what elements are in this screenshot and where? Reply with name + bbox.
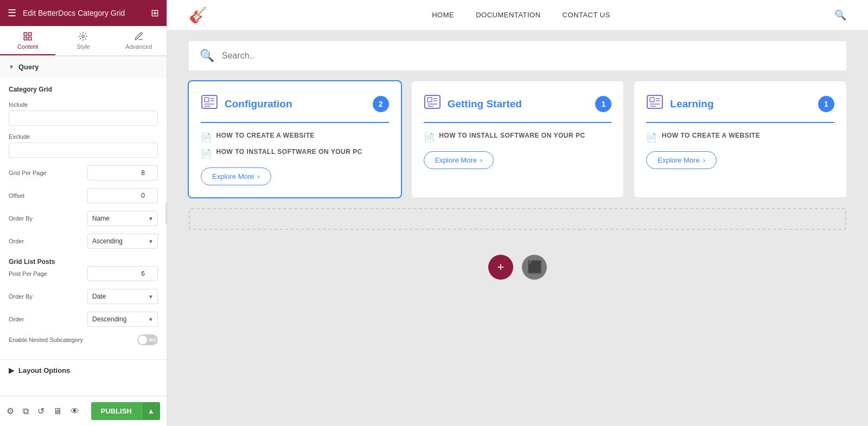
resize-handle[interactable] bbox=[163, 0, 170, 426]
panel-bottom: ⚙ ⧉ ↺ 🖥 👁 PUBLISH ▲ bbox=[0, 396, 167, 426]
card-doc-item-2: 📄 HOW TO INSTALL SOFTWARE ON YOUR PC bbox=[201, 148, 389, 159]
include-label: Include bbox=[9, 101, 158, 108]
include-input[interactable] bbox=[9, 111, 158, 126]
publish-button[interactable]: PUBLISH bbox=[91, 402, 142, 420]
settings-icon[interactable]: ⚙ bbox=[7, 406, 14, 416]
section-settings-button[interactable]: ⬛ bbox=[522, 255, 547, 280]
order-by-select-wrap: Name Date ID ▼ bbox=[87, 211, 158, 226]
svg-rect-18 bbox=[650, 98, 654, 102]
order-select[interactable]: Ascending Descending bbox=[87, 234, 158, 249]
nav-link-home[interactable]: HOME bbox=[432, 11, 454, 19]
grid-order-select-wrap: Descending Ascending ▼ bbox=[87, 312, 158, 327]
getting-started-icon bbox=[424, 93, 441, 114]
order-by-row: Order By Name Date ID ▼ bbox=[9, 211, 158, 226]
order-select-wrap: Ascending Descending ▼ bbox=[87, 234, 158, 249]
order-by-label: Order By bbox=[9, 215, 33, 222]
svg-rect-3 bbox=[29, 37, 31, 40]
eye-icon[interactable]: 👁 bbox=[71, 406, 79, 416]
panel-title: Edit BetterDocs Category Grid bbox=[23, 9, 125, 17]
style-icon bbox=[78, 31, 88, 41]
doc-icon-1: 📄 bbox=[201, 132, 212, 143]
card-getting-started-header: Getting Started 1 bbox=[424, 93, 612, 123]
undo-icon[interactable]: ↺ bbox=[37, 406, 44, 416]
tab-advanced[interactable]: Advanced bbox=[111, 26, 167, 55]
query-section-header[interactable]: ▼ Query bbox=[0, 56, 167, 78]
order-row: Order Ascending Descending ▼ bbox=[9, 234, 158, 249]
card-getting-started-title: Getting Started bbox=[448, 98, 522, 110]
tab-content[interactable]: Content bbox=[0, 26, 55, 55]
nav-link-documentation[interactable]: DOCUMENTATION bbox=[476, 11, 540, 19]
card-learning[interactable]: Learning 1 📄 HOW TO CREATE A WEBSITE Exp… bbox=[634, 81, 846, 197]
explore-more-button-getting-started[interactable]: Explore More › bbox=[424, 151, 494, 169]
nested-toggle[interactable]: NO bbox=[137, 334, 158, 345]
grid-icon[interactable]: ⊞ bbox=[151, 7, 159, 19]
card-learning-header: Learning 1 bbox=[646, 93, 834, 123]
card-getting-started[interactable]: Getting Started 1 📄 HOW TO INSTALL SOFTW… bbox=[412, 81, 624, 197]
nav-links: HOME DOCUMENTATION CONTACT US bbox=[432, 11, 610, 19]
card-configuration-header: Configuration 2 bbox=[201, 93, 389, 123]
nav-search-icon[interactable]: 🔍 bbox=[834, 9, 846, 21]
explore-more-button-configuration[interactable]: Explore More › bbox=[201, 167, 271, 185]
bottom-icons: ⚙ ⧉ ↺ 🖥 👁 bbox=[7, 406, 79, 416]
explore-more-button-learning[interactable]: Explore More › bbox=[646, 151, 717, 169]
grid-order-by-select-wrap: Date Name ID ▼ bbox=[87, 289, 158, 304]
tab-style[interactable]: Style bbox=[55, 26, 111, 55]
grid-order-row: Order Descending Ascending ▼ bbox=[9, 312, 158, 327]
desktop-icon[interactable]: 🖥 bbox=[53, 406, 62, 416]
include-group: Include bbox=[9, 101, 158, 126]
exclude-input[interactable] bbox=[9, 143, 158, 158]
exclude-group: Exclude bbox=[9, 133, 158, 158]
layers-icon[interactable]: ⧉ bbox=[23, 406, 29, 416]
grid-per-page-label: Grid Per Page bbox=[9, 170, 47, 176]
card-configuration[interactable]: Configuration 2 📄 HOW TO CREATE A WEBSIT… bbox=[189, 81, 401, 197]
advanced-icon bbox=[134, 31, 144, 41]
post-per-page-input[interactable] bbox=[87, 266, 158, 281]
grid-order-select[interactable]: Descending Ascending bbox=[87, 312, 158, 327]
hamburger-icon[interactable]: ☰ bbox=[8, 7, 16, 19]
panel-tabs: Content Style Advanced bbox=[0, 26, 167, 56]
grid-per-page-input[interactable] bbox=[87, 165, 158, 180]
toggle-knob bbox=[138, 335, 147, 344]
order-by-select[interactable]: Name Date ID bbox=[87, 211, 158, 226]
svg-rect-6 bbox=[205, 98, 209, 102]
card-configuration-docs: 📄 HOW TO CREATE A WEBSITE 📄 HOW TO INSTA… bbox=[201, 132, 389, 159]
card-learning-docs: 📄 HOW TO CREATE A WEBSITE bbox=[646, 132, 834, 143]
learning-doc-icon: 📄 bbox=[646, 132, 658, 143]
grid-order-label: Order bbox=[9, 316, 24, 322]
query-form-section: Category Grid Include Exclude Grid Per P… bbox=[0, 78, 167, 359]
offset-label: Offset bbox=[9, 192, 24, 199]
card-learning-doc-item: 📄 HOW TO CREATE A WEBSITE bbox=[646, 132, 834, 143]
grid-order-by-select[interactable]: Date Name ID bbox=[87, 289, 158, 304]
dashed-section bbox=[189, 208, 846, 230]
exclude-label: Exclude bbox=[9, 133, 158, 140]
learning-icon bbox=[646, 93, 663, 114]
panel-header: ☰ Edit BetterDocs Category Grid ⊞ bbox=[0, 0, 167, 26]
panel-body: ▼ Query Category Grid Include Exclude Gr… bbox=[0, 56, 167, 426]
card-doc-item: 📄 HOW TO CREATE A WEBSITE bbox=[201, 132, 389, 143]
toggle-label: NO bbox=[149, 337, 157, 343]
search-input[interactable] bbox=[222, 51, 835, 61]
search-bar-icon: 🔍 bbox=[200, 49, 214, 63]
svg-rect-0 bbox=[24, 33, 27, 35]
card-getting-started-badge: 1 bbox=[595, 96, 611, 112]
doc-icon-2: 📄 bbox=[201, 149, 212, 159]
offset-row: Offset bbox=[9, 188, 158, 203]
offset-input[interactable] bbox=[87, 188, 158, 203]
getting-started-doc-icon: 📄 bbox=[424, 132, 435, 143]
nav-link-contact[interactable]: CONTACT US bbox=[563, 11, 610, 19]
post-per-page-row: Post Per Page bbox=[9, 266, 158, 281]
card-configuration-badge: 2 bbox=[373, 96, 389, 112]
add-section-button[interactable]: + bbox=[488, 255, 513, 280]
post-per-page-label: Post Per Page bbox=[9, 270, 47, 277]
main-content: 🔍 Co bbox=[167, 30, 868, 426]
configuration-icon bbox=[201, 93, 218, 114]
grid-per-page-row: Grid Per Page bbox=[9, 165, 158, 180]
publish-arrow-button[interactable]: ▲ bbox=[142, 402, 160, 420]
top-nav: 🎸 HOME DOCUMENTATION CONTACT US 🔍 bbox=[167, 0, 868, 30]
layout-section-header[interactable]: ▶ Layout Options bbox=[0, 359, 167, 381]
card-learning-title: Learning bbox=[670, 98, 713, 110]
cards-row: Configuration 2 📄 HOW TO CREATE A WEBSIT… bbox=[189, 81, 846, 197]
nav-logo: 🎸 bbox=[189, 6, 208, 24]
svg-point-4 bbox=[82, 35, 85, 38]
bottom-dots-area: + ⬛ bbox=[189, 246, 846, 288]
